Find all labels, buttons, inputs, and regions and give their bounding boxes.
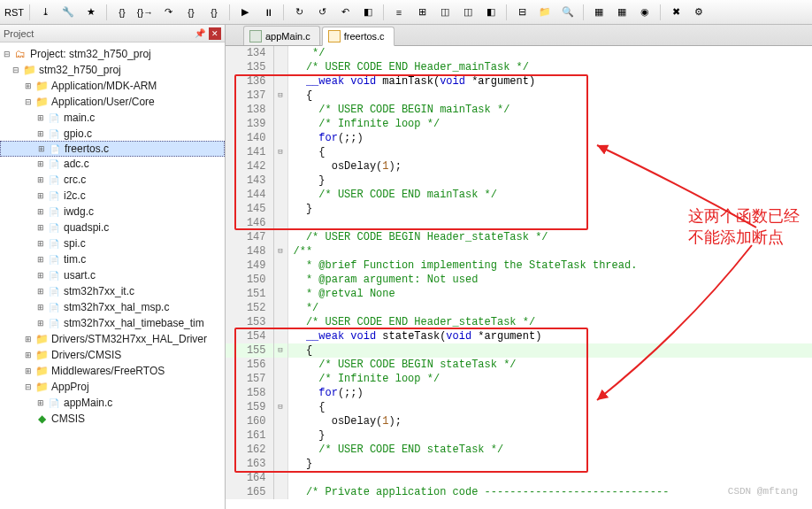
code-text[interactable]: { (287, 400, 812, 414)
tree-expander[interactable]: ⊞ (36, 144, 47, 153)
code-text[interactable] (287, 216, 812, 230)
code-line[interactable]: 137⊟ { (226, 89, 812, 103)
line-number[interactable]: 149 (226, 258, 273, 273)
tree-expander[interactable]: ⊞ (35, 113, 46, 122)
toolbar-button-0[interactable]: RST (4, 3, 25, 22)
line-number[interactable]: 142 (226, 159, 273, 174)
line-number[interactable]: 152 (226, 301, 273, 315)
tree-expander[interactable]: ⊞ (35, 287, 46, 296)
tree-expander[interactable]: ⊞ (35, 129, 46, 138)
code-line[interactable]: 143 } (226, 174, 812, 188)
toolbar-button-26[interactable]: ✖ (665, 3, 686, 22)
fold-toggle[interactable]: ⊟ (273, 343, 287, 358)
tree-expander[interactable]: ⊞ (35, 239, 46, 248)
fold-toggle[interactable]: ⊟ (273, 145, 287, 159)
code-line[interactable]: 146 (226, 216, 812, 230)
code-text[interactable]: osDelay(1); (287, 159, 812, 174)
code-line[interactable]: 155⊟ { (226, 343, 812, 358)
toolbar-button-1[interactable]: ⤓ (34, 3, 56, 22)
code-line[interactable]: 165 /* Private application code --------… (226, 485, 812, 499)
tree-expander[interactable]: ⊞ (23, 335, 34, 343)
code-line[interactable]: 156 /* USER CODE BEGIN stateTask */ (226, 358, 812, 372)
code-line[interactable]: 162 /* USER CODE END stateTask */ (226, 443, 812, 457)
file-tab[interactable]: appMain.c (243, 26, 320, 45)
tree-node[interactable]: ⊞📄freertos.c (0, 141, 225, 157)
code-text[interactable]: } (287, 457, 812, 471)
toolbar-button-12[interactable]: ↺ (311, 3, 333, 22)
tree-node[interactable]: ⊞📄spi.c (0, 235, 225, 251)
line-number[interactable]: 137 (226, 89, 273, 103)
tree-expander[interactable]: ⊟ (11, 66, 21, 74)
toolbar-button-2[interactable]: 🔧 (57, 3, 79, 22)
code-text[interactable]: /* USER CODE END mainTask */ (287, 188, 812, 202)
line-number[interactable]: 139 (226, 117, 273, 131)
code-line[interactable]: 139 /* Infinite loop */ (226, 117, 812, 131)
code-line[interactable]: 152 */ (226, 301, 812, 315)
tree-expander[interactable]: ⊞ (35, 159, 46, 168)
tree-expander[interactable]: ⊞ (23, 366, 34, 375)
line-number[interactable]: 163 (226, 457, 273, 471)
line-number[interactable]: 164 (226, 471, 273, 485)
tree-node[interactable]: ⊞📄quadspi.c (0, 220, 225, 235)
tree-expander[interactable]: ⊟ (23, 97, 34, 106)
code-line[interactable]: 151 * @retval None (226, 287, 812, 301)
code-text[interactable]: * @brief Function implementing the State… (287, 258, 812, 273)
tree-node[interactable]: ⊞📄main.c (0, 110, 225, 126)
tree-node[interactable]: ⊞📄i2c.c (0, 188, 225, 204)
code-line[interactable]: 161 } (226, 428, 812, 443)
code-line[interactable]: 160 osDelay(1); (226, 414, 812, 428)
panel-close-button[interactable]: ✕ (209, 27, 221, 40)
code-text[interactable]: /* Infinite loop */ (287, 372, 812, 386)
toolbar-button-25[interactable]: ◉ (634, 3, 655, 22)
code-line[interactable]: 142 osDelay(1); (226, 159, 812, 174)
code-line[interactable]: 141⊟ { (226, 145, 812, 159)
line-number[interactable]: 150 (226, 273, 273, 287)
code-line[interactable]: 135 /* USER CODE END Header_mainTask */ (226, 60, 812, 74)
panel-pin-icon[interactable]: 📌 (195, 28, 205, 38)
code-text[interactable]: /* USER CODE END Header_mainTask */ (287, 60, 812, 74)
code-text[interactable]: * @param argument: Not used (287, 273, 812, 287)
tree-node[interactable]: ⊟📁AppProj (0, 379, 225, 395)
code-line[interactable]: 148⊟/** (226, 244, 812, 258)
tree-expander[interactable]: ⊟ (2, 50, 12, 58)
toolbar-button-18[interactable]: ◫ (457, 3, 479, 22)
line-number[interactable]: 155 (226, 343, 273, 358)
tree-node[interactable]: ⊞📁Drivers/STM32H7xx_HAL_Driver (0, 331, 225, 347)
tree-node[interactable]: ⊟📁Application/User/Core (0, 94, 225, 110)
tree-node[interactable]: ⊞📄crc.c (0, 172, 225, 188)
toolbar-button-6[interactable]: ↷ (157, 3, 179, 22)
code-editor[interactable]: 134 */135 /* USER CODE END Header_mainTa… (226, 46, 812, 509)
code-text[interactable]: /* USER CODE END stateTask */ (287, 443, 812, 457)
code-text[interactable]: /** (287, 244, 812, 258)
tree-expander[interactable]: ⊞ (35, 191, 46, 200)
tree-node[interactable]: ⊞📄stm32h7xx_it.c (0, 283, 225, 299)
line-number[interactable]: 157 (226, 372, 273, 386)
code-line[interactable]: 159⊟ { (226, 400, 812, 414)
line-number[interactable]: 161 (226, 428, 273, 443)
fold-toggle[interactable]: ⊟ (273, 244, 287, 258)
line-number[interactable]: 134 (226, 46, 273, 60)
tree-expander[interactable]: ⊟ (23, 382, 34, 391)
file-tab[interactable]: freertos.c (322, 27, 395, 46)
toolbar-button-23[interactable]: ▦ (588, 3, 609, 22)
tree-expander[interactable]: ⊞ (35, 303, 46, 312)
toolbar-button-19[interactable]: ◧ (480, 3, 502, 22)
code-text[interactable]: __weak void mainTask(void *argument) (287, 74, 812, 89)
toolbar-button-3[interactable]: ★ (80, 3, 102, 22)
toolbar-button-16[interactable]: ⊞ (411, 3, 433, 22)
code-line[interactable]: 164 (226, 471, 812, 485)
line-number[interactable]: 135 (226, 60, 273, 74)
tree-expander[interactable]: ⊞ (35, 398, 46, 407)
toolbar-button-24[interactable]: ▦ (611, 3, 632, 22)
line-number[interactable]: 160 (226, 414, 273, 428)
code-text[interactable]: /* USER CODE BEGIN Header_stateTask */ (287, 230, 812, 244)
fold-toggle[interactable]: ⊟ (273, 400, 287, 414)
code-text[interactable]: __weak void stateTask(void *argument) (287, 329, 812, 343)
toolbar-button-20[interactable]: ⊟ (511, 3, 532, 22)
code-line[interactable]: 144 /* USER CODE END mainTask */ (226, 188, 812, 202)
toolbar-button-5[interactable]: {}→ (134, 3, 156, 22)
code-text[interactable]: /* Infinite loop */ (287, 117, 812, 131)
code-text[interactable]: { (287, 89, 812, 103)
code-text[interactable]: } (287, 428, 812, 443)
toolbar-button-27[interactable]: ⚙ (688, 3, 709, 22)
